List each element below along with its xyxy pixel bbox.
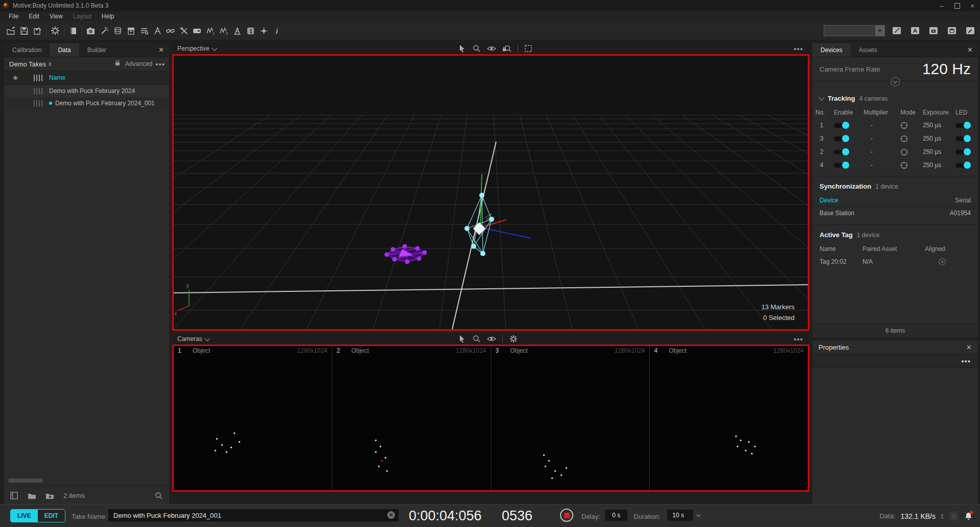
mode-icon[interactable] [900,145,923,158]
delay-input[interactable]: 0 s [605,510,627,521]
col-paired-asset[interactable]: Paired Asset [862,243,925,255]
visibility-eye-icon[interactable] [487,336,496,342]
search-icon[interactable] [155,492,163,500]
properties-pane-icon[interactable] [964,24,977,37]
link-icon[interactable] [164,24,177,37]
tab-devices[interactable]: Devices [812,43,851,57]
col-serial[interactable]: Serial [955,197,971,204]
star-column-icon[interactable]: ★ [4,74,27,82]
tab-calibration[interactable]: Calibration [4,43,50,57]
col-device[interactable]: Device [820,197,838,204]
layout-selector[interactable] [824,25,885,36]
tools-icon[interactable] [177,24,191,37]
clear-take-name-icon[interactable]: ✕ [387,511,395,519]
take-name-input[interactable] [108,509,399,521]
not-aligned-icon[interactable] [925,255,971,268]
enable-toggle[interactable] [834,163,848,168]
camera-calibration-icon[interactable] [84,24,98,37]
led-toggle[interactable] [955,150,970,154]
view-selector[interactable]: Perspective [177,45,217,52]
marker-sparkle-icon[interactable] [257,24,270,37]
synchronization-section-header[interactable]: Synchronization 1 device [812,176,978,194]
menu-help[interactable]: Help [97,12,119,21]
device-card-icon[interactable] [191,24,204,37]
menu-file[interactable]: File [4,12,23,21]
menu-layout[interactable]: Layout [68,12,96,21]
col-aligned[interactable]: Aligned [925,243,971,255]
rigid-body-1-icon[interactable]: 1 [204,24,217,37]
bars-column-icon[interactable] [27,75,49,81]
zoom-icon[interactable] [473,44,481,53]
open-take-icon[interactable] [4,24,17,37]
data-pane-icon[interactable] [945,24,959,37]
force-plate-icon[interactable] [230,24,244,37]
close-button[interactable]: × [965,0,980,11]
record-button[interactable] [560,509,573,522]
maximize-button[interactable] [949,0,965,11]
rigid-body-2-icon[interactable]: 2 [217,24,230,37]
exposure-value[interactable]: 250 µs [923,132,955,145]
edit-mode-button[interactable]: EDIT [38,510,65,522]
tab-assets[interactable]: Assets [851,43,885,57]
take-row[interactable]: Demo with Puck February 2024_001 [4,97,169,109]
camera-view-1[interactable]: 1 Object 1280x1024 [174,346,332,490]
close-pane-icon[interactable]: ✕ [966,343,972,351]
cameras-more-options[interactable]: ••• [794,335,803,343]
led-toggle[interactable] [955,136,970,141]
camera-view-3[interactable]: 3 Object 1280x1024 [492,346,649,490]
viewport-more-options[interactable]: ••• [794,44,803,53]
layout-selector-dropdown-icon[interactable] [875,26,884,36]
open-folder-icon[interactable] [28,492,36,499]
menu-view[interactable]: View [45,12,67,21]
cameras-viewport[interactable]: 1 Object 1280x1024 2 Object 1280x1024 3 [172,345,809,492]
marquee-select-icon[interactable] [524,44,532,53]
viewport-3d[interactable]: y x 13 Markers 0 Selected [172,54,809,331]
duration-select[interactable]: 10 s [667,510,703,521]
minimize-button[interactable]: – [934,0,949,11]
cameras-view-selector[interactable]: Cameras [177,335,209,342]
exposure-value[interactable]: 250 µs [923,119,955,132]
data-streaming-icon[interactable] [111,24,124,37]
save-take-icon[interactable] [17,24,31,37]
name-column-header[interactable]: Name [49,74,65,81]
led-toggle[interactable] [955,123,970,128]
zoom-lock-icon[interactable] [502,44,511,53]
camera-preview-pane-icon[interactable] [927,24,940,37]
take-row[interactable]: Demo with Puck February 2024 [4,85,169,97]
enable-toggle[interactable] [834,136,848,141]
mode-icon[interactable] [900,132,923,145]
camera-view-4[interactable]: 4 Object 1280x1024 [650,346,808,490]
tag-name[interactable]: Tag 20:02 [820,255,862,268]
takes-group-label[interactable]: Demo Takes [9,60,46,68]
zoom-icon[interactable] [473,335,481,343]
led-toggle[interactable] [955,163,970,168]
layout-edit-pane-icon[interactable] [890,24,903,37]
calibration-pane-icon[interactable] [66,24,80,37]
wand-icon[interactable] [98,24,111,37]
properties-more-options[interactable]: ••• [961,357,971,365]
exposure-value[interactable]: 250 µs [923,158,955,172]
active-tag-section-header[interactable]: Active Tag 1 device [812,225,978,243]
close-pane-icon[interactable]: ✕ [962,46,978,57]
close-pane-icon[interactable]: ✕ [153,46,169,57]
enable-toggle[interactable] [834,150,848,154]
takes-more-options[interactable]: ••• [155,60,165,68]
archive-icon[interactable] [124,24,137,37]
menu-edit[interactable]: Edit [24,12,44,21]
toggle-panes-icon[interactable] [10,492,18,499]
expand-chevron-icon[interactable] [891,77,900,86]
camera-view-2[interactable]: 2 Object 1280x1024 [333,346,491,490]
list-options-icon[interactable] [137,24,151,37]
enable-toggle[interactable] [834,123,848,128]
select-cursor-icon[interactable] [459,335,466,343]
visibility-eye-icon[interactable] [487,45,496,52]
tracking-section-header[interactable]: Tracking 4 cameras [812,88,978,106]
camera-settings-gear-icon[interactable] [509,334,518,343]
new-folder-icon[interactable] [45,492,54,499]
frame-rate-value[interactable]: 120 Hz [922,60,971,78]
notifications-bell-icon[interactable] [964,512,973,521]
horizontal-scrollbar[interactable] [8,478,43,483]
settings-gear-icon[interactable] [49,24,62,37]
mode-icon[interactable] [900,119,923,132]
takes-group-selector-icon[interactable] [49,62,52,66]
